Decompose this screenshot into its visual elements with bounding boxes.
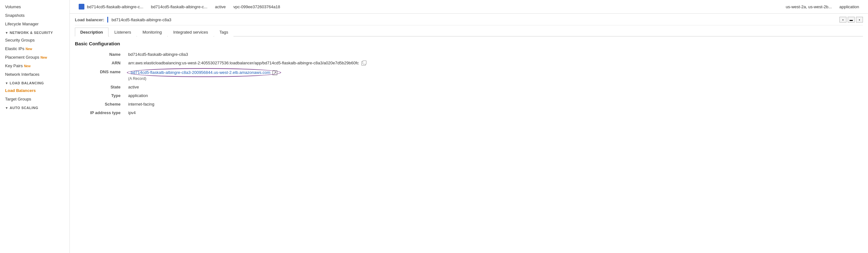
sidebar-item-target-groups[interactable]: Target Groups xyxy=(0,95,69,103)
config-label-name: Name xyxy=(75,50,126,59)
sidebar-item-placement-groups[interactable]: Placement GroupsNew xyxy=(0,53,69,62)
config-value-type: application xyxy=(126,91,863,100)
action-icons: ▪ ▬ ▪ xyxy=(839,17,863,23)
sidebar-item-network-interfaces[interactable]: Network Interfaces xyxy=(0,70,69,78)
tab-description[interactable]: Description xyxy=(75,28,108,36)
dns-link[interactable]: bd714cd5-flaskalb-albingre-c8a3-20095684… xyxy=(131,70,270,75)
top-row-icon-name[interactable]: bd714cd5-flaskalb-albingre-c... xyxy=(75,3,147,11)
lb-icon xyxy=(79,4,84,9)
new-badge: New xyxy=(24,64,31,68)
lb-title-left: Load balancer: bd714cd5-flaskalb-albingr… xyxy=(75,17,171,23)
config-value-ip-type: ipv4 xyxy=(126,108,863,117)
sidebar-item-snapshots[interactable]: Snapshots xyxy=(0,11,69,20)
sidebar: Volumes Snapshots Lifecycle Manager ▼ NE… xyxy=(0,0,70,253)
lb-label: Load balancer: xyxy=(75,18,104,22)
lb-name: bd714cd5-flaskalb-albingre-c8a3 xyxy=(111,18,171,22)
dns-circled-annotation: bd714cd5-flaskalb-albingre-c8a3-20095684… xyxy=(128,69,280,76)
config-row-ip-type: IP address type ipv4 xyxy=(75,108,863,117)
tab-tags[interactable]: Tags xyxy=(214,28,234,36)
new-badge: New xyxy=(26,47,32,51)
config-value-name: bd714cd5-flaskalb-albingre-c8a3 xyxy=(126,50,863,59)
sidebar-item-key-pairs[interactable]: Key PairsNew xyxy=(0,62,69,70)
top-row-name2: bd714cd5-flaskalb-albingre-c... xyxy=(147,3,211,10)
action-icon-2[interactable]: ▬ xyxy=(848,17,855,23)
arrow-icon: ▼ xyxy=(5,31,8,35)
lb-title-bar: Load balancer: bd714cd5-flaskalb-albingr… xyxy=(75,13,863,25)
config-label-state: State xyxy=(75,83,126,91)
section-title-basic-config: Basic Configuration xyxy=(75,36,863,50)
config-label-arn: ARN xyxy=(75,59,126,67)
sidebar-item-volumes[interactable]: Volumes xyxy=(0,3,69,11)
config-label-dns: DNS name xyxy=(75,67,126,83)
config-label-ip-type: IP address type xyxy=(75,108,126,117)
config-row-name: Name bd714cd5-flaskalb-albingre-c8a3 xyxy=(75,50,863,59)
config-row-state: State active xyxy=(75,83,863,91)
config-value-arn: arn:aws:elasticloadbalancing:us-west-2:4… xyxy=(126,59,863,67)
arrow-icon: ▼ xyxy=(5,82,8,85)
sidebar-section-load-balancing[interactable]: ▼ LOAD BALANCING xyxy=(0,78,69,86)
config-label-type: Type xyxy=(75,91,126,100)
new-badge: New xyxy=(41,56,47,59)
tab-listeners[interactable]: Listeners xyxy=(109,28,137,36)
config-label-scheme: Scheme xyxy=(75,100,126,108)
tabs-bar: Description Listeners Monitoring Integra… xyxy=(75,25,863,36)
config-value-state: active xyxy=(126,83,863,91)
top-row-state: active xyxy=(211,3,230,10)
sidebar-item-security-groups[interactable]: Security Groups xyxy=(0,36,69,44)
sidebar-section-network-security[interactable]: ▼ NETWORK & SECURITY xyxy=(0,28,69,36)
a-record-label: (A Record) xyxy=(128,76,860,81)
sidebar-item-load-balancers[interactable]: Load Balancers xyxy=(0,86,69,95)
action-icon-3[interactable]: ▪ xyxy=(856,17,863,23)
config-row-arn: ARN arn:aws:elasticloadbalancing:us-west… xyxy=(75,59,863,67)
lb-divider xyxy=(107,17,108,23)
action-icon-1[interactable]: ▪ xyxy=(839,17,846,23)
external-link-icon[interactable]: ↗ xyxy=(273,70,277,75)
arrow-icon: ▼ xyxy=(5,106,8,110)
top-row: bd714cd5-flaskalb-albingre-c... bd714cd5… xyxy=(70,0,868,13)
copy-icon[interactable] xyxy=(361,61,366,66)
main-content: bd714cd5-flaskalb-albingre-c... bd714cd5… xyxy=(70,0,868,253)
sidebar-item-lifecycle-manager[interactable]: Lifecycle Manager xyxy=(0,20,69,28)
sidebar-section-auto-scaling[interactable]: ▼ AUTO SCALING xyxy=(0,103,69,111)
config-row-dns: DNS name bd714cd5-flaskalb-albingre-c8a3… xyxy=(75,67,863,83)
tab-monitoring[interactable]: Monitoring xyxy=(137,28,167,36)
sidebar-item-elastic-ips[interactable]: Elastic IPsNew xyxy=(0,44,69,53)
top-row-vpc: vpc-099ee372603764a18 xyxy=(230,3,782,10)
config-value-scheme: internet-facing xyxy=(126,100,863,108)
tab-integrated-services[interactable]: Integrated services xyxy=(168,28,214,36)
config-row-type: Type application xyxy=(75,91,863,100)
top-row-zones: us-west-2a, us-west-2b... xyxy=(782,3,836,10)
config-table: Name bd714cd5-flaskalb-albingre-c8a3 ARN… xyxy=(75,50,863,117)
top-row-type: application xyxy=(836,3,863,10)
detail-panel: Load balancer: bd714cd5-flaskalb-albingr… xyxy=(70,13,868,253)
config-value-dns: bd714cd5-flaskalb-albingre-c8a3-20095684… xyxy=(126,67,863,83)
config-row-scheme: Scheme internet-facing xyxy=(75,100,863,108)
